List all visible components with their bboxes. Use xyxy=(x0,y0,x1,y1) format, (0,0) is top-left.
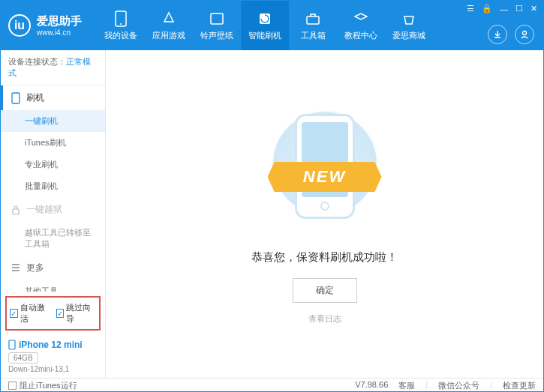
close-button[interactable]: ✕ xyxy=(530,4,537,13)
phone-icon xyxy=(113,10,129,27)
apps-icon xyxy=(161,10,177,27)
svg-rect-2 xyxy=(211,13,223,24)
wechat-link[interactable]: 微信公众号 xyxy=(438,380,479,391)
block-itunes-label: 阻止iTunes运行 xyxy=(20,380,77,391)
checkbox-skip-guide[interactable]: ✓跳过向导 xyxy=(56,302,97,325)
main-content: NEW 恭喜您，保资料刷机成功啦！ 确定 查看日志 xyxy=(106,50,543,378)
nav-apps[interactable]: 应用游戏 xyxy=(145,1,193,50)
status-bar-footer: 阻止iTunes运行 V7.98.66 客服| 微信公众号| 检查更新 xyxy=(1,378,543,392)
nav-flash[interactable]: 智能刷机 xyxy=(241,1,289,50)
logo: iu 爱思助手 www.i4.cn xyxy=(8,14,82,37)
user-button[interactable] xyxy=(515,25,534,44)
nav-ringtones[interactable]: 铃声壁纸 xyxy=(193,1,241,50)
update-link[interactable]: 检查更新 xyxy=(503,380,536,391)
sidebar-group-flash[interactable]: 刷机 xyxy=(1,85,105,110)
version-label: V7.98.66 xyxy=(355,380,388,391)
checkbox-block-itunes[interactable] xyxy=(8,382,17,390)
phone-icon xyxy=(8,340,16,350)
view-log-link[interactable]: 查看日志 xyxy=(308,313,341,325)
nav-tutorials[interactable]: 教程中心 xyxy=(337,1,385,50)
download-button[interactable] xyxy=(488,25,507,44)
wallpaper-icon xyxy=(209,10,225,27)
sidebar-item-oneclick[interactable]: 一键刷机 xyxy=(1,110,105,132)
device-model: Down-12mini-13,1 xyxy=(8,365,98,373)
device-status: 设备连接状态：正常模式 xyxy=(1,50,105,85)
window-controls: ☰ 🔒 — ☐ ✕ xyxy=(467,4,537,13)
menu-icon xyxy=(11,263,20,272)
svg-rect-6 xyxy=(12,93,20,103)
device-info: iPhone 12 mini 64GB Down-12mini-13,1 xyxy=(1,335,105,378)
options-highlight: ✓自动激活 ✓跳过向导 xyxy=(5,296,101,331)
svg-point-1 xyxy=(120,23,122,25)
success-message: 恭喜您，保资料刷机成功啦！ xyxy=(251,250,398,265)
sidebar-item-other[interactable]: 其他工具 xyxy=(1,280,105,292)
sidebar-item-batch[interactable]: 批量刷机 xyxy=(1,175,105,197)
nav-my-device[interactable]: 我的设备 xyxy=(97,1,145,50)
lock-icon xyxy=(11,205,20,215)
store-icon xyxy=(401,10,417,27)
service-link[interactable]: 客服 xyxy=(398,380,415,391)
toolbox-icon xyxy=(305,10,321,27)
sidebar-item-pro[interactable]: 专业刷机 xyxy=(1,154,105,175)
sidebar-group-jailbreak[interactable]: 一键越狱 xyxy=(1,197,105,222)
sidebar-item-itunes[interactable]: iTunes刷机 xyxy=(1,132,105,154)
nav-store[interactable]: 爱思商城 xyxy=(385,1,433,50)
svg-point-5 xyxy=(523,31,527,35)
svg-rect-8 xyxy=(9,340,15,349)
new-banner: NEW xyxy=(268,162,382,192)
jailbreak-note: 越狱工具已转移至工具箱 xyxy=(1,222,105,256)
svg-rect-7 xyxy=(13,209,19,214)
minimize-button[interactable]: — xyxy=(500,4,508,13)
sidebar-group-more[interactable]: 更多 xyxy=(1,256,105,280)
nav-toolbox[interactable]: 工具箱 xyxy=(289,1,337,50)
device-name[interactable]: iPhone 12 mini xyxy=(8,340,98,350)
tutorial-icon xyxy=(353,10,369,27)
header-actions xyxy=(488,25,534,44)
main-nav: 我的设备 应用游戏 铃声壁纸 智能刷机 工具箱 教程中心 爱思商城 xyxy=(97,1,433,50)
checkbox-auto-activate[interactable]: ✓自动激活 xyxy=(10,302,50,325)
app-url: www.i4.cn xyxy=(37,28,82,37)
app-name: 爱思助手 xyxy=(37,14,82,28)
logo-icon: iu xyxy=(8,14,31,37)
success-illustration: NEW xyxy=(265,103,385,238)
ok-button[interactable]: 确定 xyxy=(293,278,357,303)
sidebar: 设备连接状态：正常模式 刷机 一键刷机 iTunes刷机 专业刷机 批量刷机 一… xyxy=(1,50,106,378)
title-bar: iu 爱思助手 www.i4.cn 我的设备 应用游戏 铃声壁纸 智能刷机 工具… xyxy=(1,1,543,50)
svg-rect-4 xyxy=(307,16,319,24)
phone-icon xyxy=(11,92,20,104)
maximize-button[interactable]: ☐ xyxy=(515,4,523,13)
lock-icon[interactable]: 🔒 xyxy=(482,4,492,13)
menu-icon[interactable]: ☰ xyxy=(467,4,474,13)
flash-icon xyxy=(257,10,273,27)
device-storage: 64GB xyxy=(8,352,38,364)
